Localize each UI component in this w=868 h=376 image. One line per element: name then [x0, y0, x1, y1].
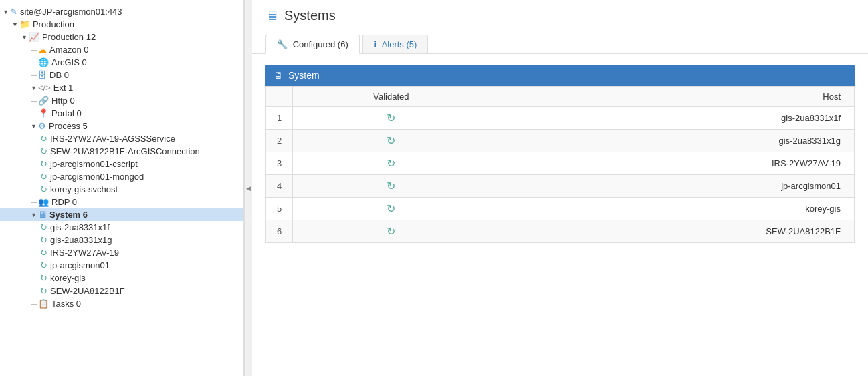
sidebar-root-label: site@JP-arcgismon01:443 — [20, 7, 122, 17]
task-icon: 📋 — [38, 299, 49, 309]
table-row[interactable]: 6↻SEW-2UA8122B1F — [266, 220, 855, 243]
sidebar-item-production12[interactable]: 📈 Production 12 — [0, 31, 243, 43]
table-row[interactable]: 1↻gis-2ua8331x1f — [266, 107, 855, 130]
sidebar-item-sew-conn[interactable]: ↻ SEW-2UA8122B1F-ArcGISConnection — [0, 145, 243, 158]
sidebar-item-gis1[interactable]: ↻ gis-2ua8331x1f — [0, 221, 243, 234]
sidebar-korey-svchost-label: korey-gis-svchost — [50, 184, 118, 194]
sidebar-sew-conn-label: SEW-2UA8122B1F-ArcGISConnection — [50, 146, 200, 156]
rdp-icon: 👥 — [38, 197, 49, 207]
col-validated: Validated — [293, 87, 490, 107]
sidebar-http-label: Http 0 — [51, 96, 75, 106]
sidebar-item-arcgis[interactable]: 🌐 ArcGIS 0 — [0, 56, 243, 69]
sidebar-item-production[interactable]: 📁 Production — [0, 18, 243, 31]
table-row[interactable]: 3↻IRS-2YW27AV-19 — [266, 152, 855, 175]
toggle-production12[interactable] — [21, 33, 27, 41]
refresh-icon: ↻ — [387, 203, 395, 214]
service5-icon: ↻ — [40, 184, 47, 194]
sidebar-item-db[interactable]: 🗄 DB 0 — [0, 69, 243, 81]
system-section-title: System — [288, 70, 320, 81]
sys3-icon: ↻ — [40, 248, 47, 258]
row-number: 2 — [266, 130, 293, 152]
toggle-production[interactable] — [12, 21, 18, 28]
toggle-http — [31, 97, 37, 104]
toggle-process[interactable] — [31, 122, 37, 130]
sidebar-item-http[interactable]: 🔗 Http 0 — [0, 94, 243, 107]
portal-icon: 📍 — [38, 108, 49, 118]
toggle-root[interactable] — [3, 8, 9, 15]
sidebar-gis2-label: gis-2ua8331x1g — [50, 235, 112, 245]
toggle-system[interactable] — [31, 211, 37, 218]
arcgis-icon: 🌐 — [38, 57, 49, 67]
sidebar-arcgis-label: ArcGIS 0 — [51, 57, 87, 67]
sidebar-item-jp[interactable]: ↻ jp-arcgismon01 — [0, 259, 243, 272]
tabs-container: 🔧 Configured (6) ℹ Alerts (5) — [252, 29, 868, 54]
sidebar-item-jp-cscript[interactable]: ↻ jp-arcgismon01-cscript — [0, 158, 243, 170]
sys2-icon: ↻ — [40, 235, 47, 245]
row-number: 3 — [266, 152, 293, 175]
sidebar-db-label: DB 0 — [49, 70, 69, 80]
sys1-icon: ↻ — [40, 222, 47, 232]
sidebar-item-irs-service[interactable]: ↻ IRS-2YW27AV-19-AGSSService — [0, 132, 243, 145]
sidebar-item-irs[interactable]: ↻ IRS-2YW27AV-19 — [0, 246, 243, 259]
sidebar-item-root[interactable]: ✎ site@JP-arcgismon01:443 — [0, 5, 243, 18]
table-row[interactable]: 2↻gis-2ua8331x1g — [266, 130, 855, 152]
http-icon: 🔗 — [38, 96, 49, 106]
sidebar-item-korey-svchost[interactable]: ↻ korey-gis-svchost — [0, 183, 243, 196]
toggle-ext[interactable] — [31, 84, 37, 91]
system-header-icon: 🖥 — [274, 70, 283, 81]
validated-cell: ↻ — [293, 220, 490, 243]
sidebar-jp-label: jp-arcgismon01 — [50, 260, 110, 270]
folder-icon: 📁 — [19, 19, 30, 29]
tab-alerts-label: Alerts (5) — [382, 39, 417, 49]
sidebar-process-label: Process 5 — [49, 121, 88, 131]
monitor-icon: 🖥 — [265, 8, 279, 23]
refresh-icon: ↻ — [387, 112, 395, 124]
sidebar-item-amazon[interactable]: ☁ Amazon 0 — [0, 43, 243, 56]
collapse-handle[interactable] — [244, 0, 252, 376]
table-row[interactable]: 4↻jp-arcgismon01 — [266, 175, 855, 198]
sidebar-system-label: System 6 — [49, 210, 88, 220]
table-row[interactable]: 5↻korey-gis — [266, 198, 855, 220]
host-cell: gis-2ua8331x1f — [490, 107, 854, 130]
toggle-arcgis — [31, 59, 37, 66]
refresh-icon: ↻ — [387, 135, 395, 146]
ext-icon: </> — [38, 83, 51, 93]
sidebar-production-label: Production — [33, 19, 74, 29]
sys4-icon: ↻ — [40, 260, 47, 270]
sidebar-item-rdp[interactable]: 👥 RDP 0 — [0, 196, 243, 208]
system-icon: 🖥 — [38, 210, 47, 220]
sidebar-item-gis2[interactable]: ↻ gis-2ua8331x1g — [0, 234, 243, 246]
sys5-icon: ↻ — [40, 273, 47, 283]
site-icon: ✎ — [10, 7, 17, 17]
page-header: 🖥 Systems — [252, 0, 868, 29]
host-cell: SEW-2UA8122B1F — [490, 220, 854, 243]
sidebar-rdp-label: RDP 0 — [51, 197, 77, 207]
main-content: 🖥 Systems 🔧 Configured (6) ℹ Alerts (5) … — [252, 0, 868, 376]
sidebar-item-jp-mongod[interactable]: ↻ jp-arcgismon01-mongod — [0, 170, 243, 183]
toggle-rdp — [31, 198, 37, 206]
sidebar-item-process[interactable]: ⚙ Process 5 — [0, 120, 243, 132]
sidebar-irs-service-label: IRS-2YW27AV-19-AGSSService — [50, 134, 175, 144]
sidebar-ext-label: Ext 1 — [53, 83, 74, 93]
row-number: 1 — [266, 107, 293, 130]
refresh-icon: ↻ — [387, 180, 395, 192]
tab-alerts[interactable]: ℹ Alerts (5) — [362, 35, 429, 53]
tab-configured[interactable]: 🔧 Configured (6) — [265, 35, 360, 54]
sidebar-jp-cscript-label: jp-arcgismon01-cscript — [50, 159, 138, 169]
row-number: 4 — [266, 175, 293, 198]
sidebar-item-sew[interactable]: ↻ SEW-2UA8122B1F — [0, 285, 243, 297]
row-number: 6 — [266, 220, 293, 243]
validated-cell: ↻ — [293, 152, 490, 175]
sidebar-item-system[interactable]: 🖥 System 6 — [0, 208, 243, 221]
chart-icon: 📈 — [29, 32, 39, 42]
toggle-amazon — [31, 46, 37, 53]
sidebar-portal-label: Portal 0 — [51, 108, 82, 118]
sidebar-item-korey[interactable]: ↻ korey-gis — [0, 272, 243, 285]
sys6-icon: ↻ — [40, 286, 47, 296]
sidebar-item-tasks[interactable]: 📋 Tasks 0 — [0, 297, 243, 310]
service2-icon: ↻ — [40, 146, 47, 156]
sidebar-item-portal[interactable]: 📍 Portal 0 — [0, 107, 243, 120]
col-num — [266, 87, 293, 107]
service4-icon: ↻ — [40, 172, 47, 182]
sidebar-item-ext[interactable]: </> Ext 1 — [0, 81, 243, 94]
